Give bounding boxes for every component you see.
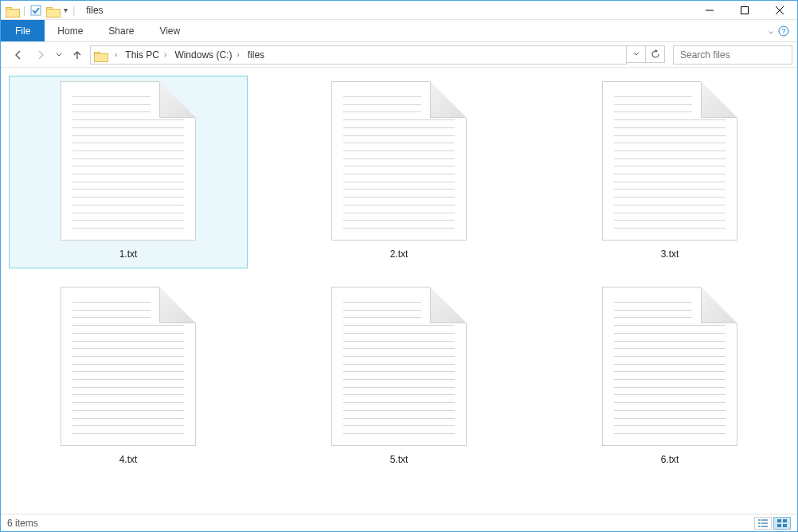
text-file-icon [61, 81, 196, 241]
up-button[interactable] [68, 45, 87, 65]
svg-rect-10 [761, 519, 768, 521]
window-controls [692, 1, 797, 19]
qat-customize-dropdown[interactable]: ▾ [64, 6, 68, 14]
recent-locations-dropdown[interactable] [53, 45, 65, 65]
status-text: 6 items [7, 518, 38, 529]
address-bar[interactable]: › This PC › Windows (C:) › files [90, 45, 627, 65]
folder-icon [6, 6, 18, 15]
title-bar: | ▾ | files [1, 1, 797, 20]
file-item[interactable]: 1.txt [9, 76, 248, 268]
svg-text:?: ? [781, 27, 785, 35]
text-file-icon [61, 287, 196, 446]
search-box[interactable] [673, 45, 792, 65]
address-history-dropdown[interactable] [627, 45, 646, 63]
back-button[interactable] [9, 45, 28, 65]
file-item[interactable]: 3.txt [550, 76, 789, 268]
file-item[interactable]: 5.txt [280, 281, 518, 474]
navigation-bar: › This PC › Windows (C:) › files [1, 42, 797, 68]
svg-rect-17 [777, 524, 781, 527]
breadcrumb-folder[interactable]: files [244, 49, 268, 61]
address-folder-icon [94, 50, 107, 60]
breadcrumb-label: Windows (C:) [174, 49, 232, 61]
search-input[interactable] [679, 49, 798, 61]
status-bar: 6 items [1, 514, 797, 531]
window-title: files [86, 5, 103, 16]
qat-separator-2: | [72, 5, 75, 16]
svg-rect-15 [777, 519, 781, 522]
view-toggle [754, 517, 791, 530]
qat-separator: | [23, 5, 25, 16]
file-name: 2.txt [390, 248, 409, 260]
breadcrumb-this-pc[interactable]: This PC › [122, 49, 170, 61]
ribbon: File Home Share View ⌵ ? [1, 20, 797, 42]
svg-rect-14 [761, 526, 768, 527]
breadcrumb-drive[interactable]: Windows (C:) › [171, 49, 242, 61]
svg-rect-2 [741, 6, 749, 14]
quick-access-toolbar: | ▾ | [1, 5, 80, 16]
file-name: 6.txt [661, 454, 679, 465]
file-item[interactable]: 2.txt [280, 76, 518, 268]
file-name: 1.txt [119, 248, 138, 260]
breadcrumb-chevron-root[interactable]: › [108, 50, 120, 59]
svg-rect-16 [783, 519, 787, 522]
file-item[interactable]: 4.txt [9, 281, 248, 474]
file-name: 5.txt [390, 454, 409, 465]
svg-rect-13 [758, 526, 761, 527]
ribbon-help[interactable]: ⌵ ? [769, 20, 797, 41]
forward-button[interactable] [31, 45, 50, 65]
file-tab[interactable]: File [1, 20, 45, 41]
text-file-icon [331, 287, 467, 446]
large-icons-view-button[interactable] [773, 517, 791, 530]
breadcrumb-label: This PC [125, 49, 159, 61]
file-name: 3.txt [661, 248, 679, 260]
svg-rect-9 [758, 519, 761, 521]
file-list[interactable]: 1.txt2.txt3.txt4.txt5.txt6.txt [1, 69, 797, 514]
file-item[interactable]: 6.txt [550, 281, 789, 474]
chevron-down-icon: ⌵ [769, 26, 773, 35]
minimize-button[interactable] [692, 1, 727, 19]
text-file-icon [331, 81, 467, 241]
chevron-right-icon: › [161, 50, 166, 59]
chevron-right-icon: › [233, 50, 239, 59]
svg-rect-12 [761, 522, 768, 524]
svg-rect-0 [31, 6, 41, 15]
close-button[interactable] [762, 1, 797, 19]
text-file-icon [602, 287, 737, 446]
file-name: 4.txt [119, 454, 138, 465]
breadcrumb-label: files [248, 49, 264, 61]
text-file-icon [602, 81, 737, 241]
new-folder-icon[interactable] [46, 6, 59, 15]
properties-icon[interactable] [30, 5, 41, 16]
help-icon[interactable]: ? [778, 25, 789, 37]
svg-rect-11 [758, 522, 761, 524]
tab-home[interactable]: Home [45, 20, 96, 41]
svg-rect-18 [783, 524, 787, 527]
tab-share[interactable]: Share [96, 20, 147, 41]
maximize-button[interactable] [727, 1, 762, 19]
refresh-button[interactable] [646, 45, 665, 63]
details-view-button[interactable] [754, 517, 772, 530]
tab-view[interactable]: View [147, 20, 193, 41]
